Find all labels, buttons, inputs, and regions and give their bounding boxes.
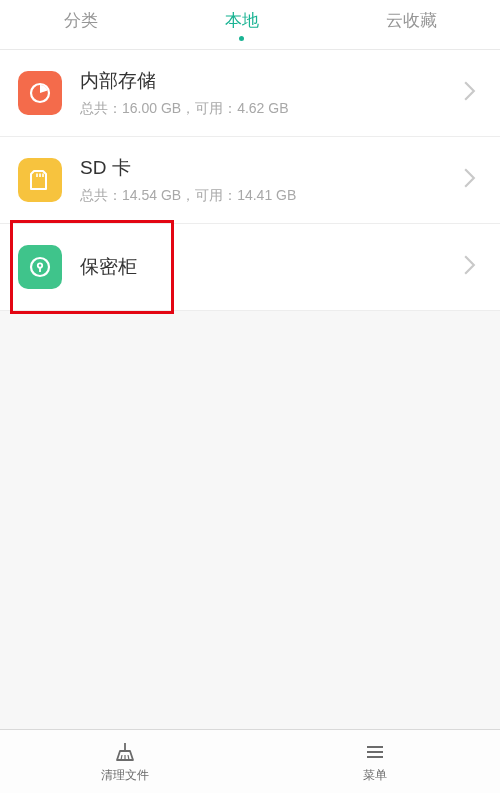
- storage-list: 内部存储 总共：16.00 GB，可用：4.62 GB SD 卡 总共：14.5…: [0, 50, 500, 310]
- safe-box-title: 保密柜: [80, 254, 455, 280]
- tab-category[interactable]: 分类: [64, 9, 98, 41]
- tab-indicator-dot: [239, 36, 244, 41]
- chevron-right-icon: [463, 80, 476, 106]
- empty-area: [0, 310, 500, 729]
- top-tabs: 分类 本地 云收藏: [0, 0, 500, 50]
- tab-local[interactable]: 本地: [225, 9, 259, 41]
- sd-card-icon: [18, 158, 62, 202]
- row-text: 内部存储 总共：16.00 GB，可用：4.62 GB: [80, 68, 455, 118]
- tab-cloud-label: 云收藏: [386, 9, 437, 32]
- menu-button[interactable]: 菜单: [250, 740, 500, 784]
- row-text: 保密柜: [80, 254, 455, 280]
- clean-files-button[interactable]: 清理文件: [0, 740, 250, 784]
- sd-card-title: SD 卡: [80, 155, 455, 181]
- internal-storage-title: 内部存储: [80, 68, 455, 94]
- broom-icon: [113, 740, 137, 764]
- svg-point-5: [38, 263, 42, 267]
- tab-category-label: 分类: [64, 9, 98, 32]
- internal-storage-icon: [18, 71, 62, 115]
- row-sd-card[interactable]: SD 卡 总共：14.54 GB，可用：14.41 GB: [0, 137, 500, 223]
- row-safe-box[interactable]: 保密柜: [0, 224, 500, 310]
- chevron-right-icon: [463, 254, 476, 280]
- clean-files-label: 清理文件: [101, 767, 149, 784]
- sd-card-subtitle: 总共：14.54 GB，可用：14.41 GB: [80, 187, 455, 205]
- tab-cloud[interactable]: 云收藏: [386, 9, 437, 41]
- chevron-right-icon: [463, 167, 476, 193]
- row-internal-storage[interactable]: 内部存储 总共：16.00 GB，可用：4.62 GB: [0, 50, 500, 136]
- tab-local-label: 本地: [225, 9, 259, 32]
- bottom-bar: 清理文件 菜单: [0, 729, 500, 793]
- safe-box-icon: [18, 245, 62, 289]
- internal-storage-subtitle: 总共：16.00 GB，可用：4.62 GB: [80, 100, 455, 118]
- menu-icon: [363, 740, 387, 764]
- menu-label: 菜单: [363, 767, 387, 784]
- row-text: SD 卡 总共：14.54 GB，可用：14.41 GB: [80, 155, 455, 205]
